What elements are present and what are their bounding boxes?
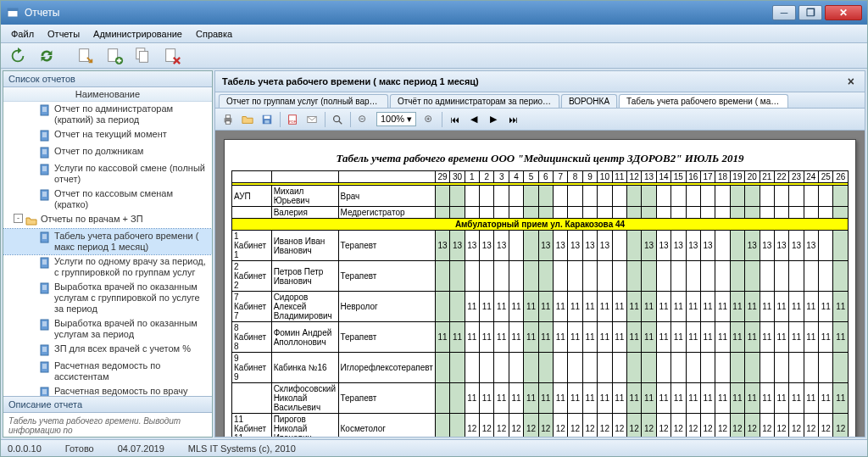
report-area[interactable]: Табель учета рабочего времени ООО "Медиц… (214, 131, 865, 437)
app-icon (6, 6, 19, 20)
last-page-button[interactable]: ⏭ (504, 111, 522, 128)
status-date: 04.07.2019 (118, 443, 164, 454)
report-icon (38, 318, 52, 332)
svg-rect-17 (41, 345, 48, 355)
svg-rect-11 (41, 164, 48, 175)
report-icon (38, 146, 52, 159)
svg-rect-34 (264, 115, 270, 119)
tree-item[interactable]: ЗП для всех врачей с учетом % (3, 342, 212, 359)
tree-item[interactable]: Табель учета рабочего времени ( макс пер… (3, 229, 212, 254)
tree-label: Расчетная ведомость по врачу (54, 386, 209, 396)
report-tree[interactable]: Отчет по администраторам (краткий) за пе… (3, 102, 212, 396)
tree-item[interactable]: Отчет по администраторам (краткий) за пе… (3, 102, 212, 127)
report-icon (38, 103, 52, 117)
zoom-in-button[interactable] (420, 111, 438, 128)
report-icon (38, 188, 52, 202)
print-button[interactable] (219, 111, 237, 128)
tab[interactable]: Табель учета рабочего времени ( макс пер… (619, 94, 788, 108)
pane-title: Табель учета рабочего времени ( макс пер… (222, 76, 479, 86)
menubar: Файл Отчеты Администрирование Справка (1, 25, 867, 43)
report-table: 2930123456789101112131415161718192021222… (231, 170, 849, 437)
menu-reports[interactable]: Отчеты (41, 26, 86, 42)
report-icon (38, 343, 52, 357)
svg-rect-6 (139, 51, 147, 62)
tree-expander[interactable]: - (14, 214, 23, 223)
svg-rect-13 (41, 232, 48, 242)
status-state: Готово (65, 443, 94, 454)
tree-label: Выработка врачей по оказанным услугам за… (54, 318, 209, 340)
email-button[interactable] (303, 111, 321, 128)
titlebar: Отчеты ─ ❐ ✕ (1, 1, 867, 25)
menu-file[interactable]: Файл (4, 26, 41, 42)
tree-label: Отчет по должникам (54, 146, 209, 157)
report-edit-button[interactable] (72, 45, 99, 67)
svg-rect-15 (41, 283, 48, 293)
tree-label: Отчет по администраторам (краткий) за пе… (54, 103, 209, 125)
close-button[interactable]: ✕ (825, 5, 862, 20)
pane-close-button[interactable]: × (844, 75, 858, 88)
tree-item[interactable]: Расчетная ведомость по врачу (3, 384, 212, 396)
tree-label: Расчетная ведомость по ассистентам (54, 360, 209, 382)
tree-label: ЗП для всех врачей с учетом % (54, 343, 209, 354)
tree-item[interactable]: Выработка врачей по оказанным услугам за… (3, 316, 212, 342)
tree-item[interactable]: Расчетная ведомость по ассистентам (3, 359, 212, 384)
report-icon (38, 360, 52, 374)
report-title: Табель учета рабочего времени ООО "Медиц… (231, 147, 849, 170)
export-pdf-button[interactable]: PDF (283, 111, 302, 128)
tree-item[interactable]: Выработка врачей по оказанным услугам с … (3, 280, 212, 316)
desc-header: Описание отчета (3, 397, 212, 413)
menu-admin[interactable]: Администрирование (86, 26, 189, 42)
svg-rect-12 (41, 190, 48, 200)
zoom-combo[interactable]: 100% ▾ (376, 112, 416, 126)
svg-rect-8 (41, 105, 48, 115)
tab[interactable]: Отчет по группам услуг (полный вариант) (219, 94, 388, 108)
open-button[interactable] (238, 111, 257, 128)
save-button[interactable] (258, 111, 276, 128)
menu-help[interactable]: Справка (189, 26, 239, 42)
svg-rect-18 (41, 362, 48, 372)
tree-column-header: Наименование (3, 87, 212, 102)
desc-text: Табель учета рабочего времени. Выводит и… (3, 413, 212, 437)
svg-point-39 (334, 115, 340, 121)
report-copy-button[interactable] (130, 45, 157, 67)
find-button[interactable] (328, 111, 347, 128)
tree-label: Отчет на текущий момент (54, 129, 209, 140)
tree-item[interactable]: Отчет по кассовым сменам (кратко) (3, 187, 212, 212)
svg-text:PDF: PDF (289, 119, 297, 123)
minimize-button[interactable]: ─ (772, 5, 796, 20)
report-icon (38, 256, 52, 270)
report-icon (38, 129, 52, 142)
maximize-button[interactable]: ❐ (798, 5, 822, 20)
prev-page-button[interactable]: ◀ (465, 111, 483, 128)
status-version: 0.0.0.10 (8, 443, 42, 454)
svg-rect-14 (41, 258, 48, 268)
svg-rect-10 (41, 148, 48, 158)
viewer-toolbar: PDF 100% ▾ ⏮ ◀ ▶ ⏭ (214, 109, 865, 131)
report-delete-button[interactable] (159, 45, 186, 67)
tree-item[interactable]: Услуги по кассовой смене (полный отчет) (3, 161, 212, 187)
tree-item[interactable]: Отчет по должникам (3, 144, 212, 161)
svg-rect-7 (166, 48, 175, 61)
first-page-button[interactable]: ⏮ (445, 111, 464, 128)
tree-item[interactable]: Услуги по одному врачу за период, с груп… (3, 254, 212, 280)
tab[interactable]: Отчёт по администраторам за период по дн… (390, 94, 559, 108)
tab[interactable]: ВОРОНКА (561, 94, 617, 108)
status-copy: MLS IT Systems (c), 2010 (188, 443, 296, 454)
svg-rect-32 (225, 120, 230, 124)
next-page-button[interactable]: ▶ (484, 111, 503, 128)
refresh-all-button[interactable] (33, 45, 60, 67)
left-header: Список отчетов (3, 71, 212, 87)
tree-label: Выработка врачей по оказанным услугам с … (54, 281, 209, 315)
zoom-out-button[interactable] (353, 111, 372, 128)
svg-rect-31 (225, 114, 230, 118)
tree-item[interactable]: Отчет на текущий момент (3, 127, 212, 144)
refresh-button[interactable] (4, 45, 31, 67)
tree-item[interactable]: -Отчеты по врачам + ЗП (3, 212, 212, 229)
report-page: Табель учета рабочего времени ООО "Медиц… (224, 139, 856, 437)
svg-rect-16 (41, 320, 48, 330)
report-icon (38, 231, 52, 244)
svg-rect-1 (8, 8, 18, 11)
report-add-button[interactable] (101, 45, 128, 67)
window-title: Отчеты (25, 7, 59, 19)
report-icon (38, 281, 52, 295)
